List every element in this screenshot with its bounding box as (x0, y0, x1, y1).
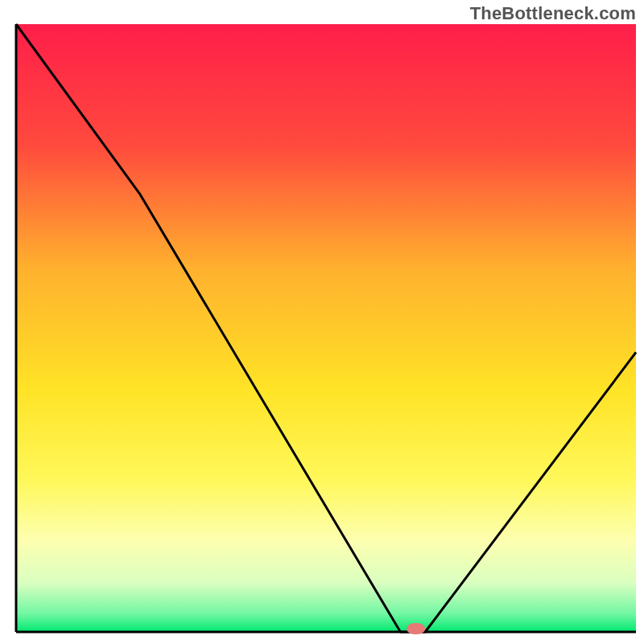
bottleneck-chart: TheBottleneck.com (0, 0, 644, 644)
plot-background (16, 24, 636, 632)
attribution-label: TheBottleneck.com (470, 3, 636, 24)
chart-svg (0, 0, 644, 644)
sweet-spot-marker (407, 623, 425, 634)
